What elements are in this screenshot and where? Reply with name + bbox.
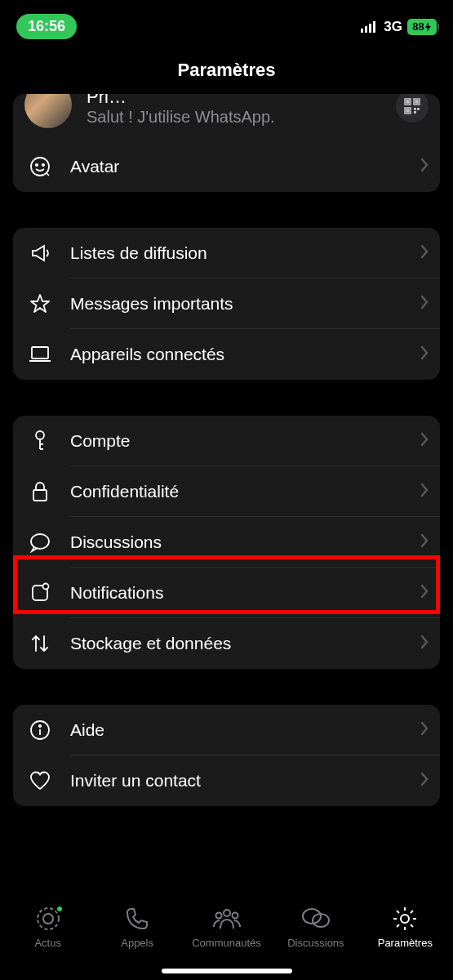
- status-right: 3G 88: [361, 19, 437, 35]
- storage-row[interactable]: Stockage et données: [13, 618, 440, 669]
- svg-rect-16: [32, 347, 48, 359]
- svg-point-14: [36, 164, 38, 166]
- network-type: 3G: [384, 19, 402, 35]
- group-help: Aide Inviter un contact: [13, 705, 440, 806]
- broadcast-label: Listes de diffusion: [70, 243, 420, 263]
- storage-label: Stockage et données: [70, 634, 420, 653]
- tab-communities-label: Communautés: [192, 937, 261, 949]
- notifications-row[interactable]: Notifications: [13, 568, 440, 618]
- svg-point-26: [43, 914, 53, 924]
- chats-icon: [300, 905, 331, 933]
- tab-updates-label: Actus: [34, 937, 61, 949]
- privacy-label: Confidentialité: [70, 482, 420, 501]
- chats-label: Discussions: [70, 532, 420, 552]
- profile-status-text: Salut ! J'utilise WhatsApp.: [87, 108, 396, 127]
- star-icon: [26, 293, 54, 314]
- notification-icon: [26, 582, 54, 604]
- avatar: [24, 94, 72, 128]
- profile-row[interactable]: Pri… Salut ! J'utilise WhatsApp.: [13, 94, 440, 141]
- avatar-icon: [26, 155, 54, 178]
- chevron-right-icon: [420, 772, 429, 790]
- svg-rect-1: [365, 26, 367, 33]
- linked-label: Appareils connectés: [70, 345, 420, 364]
- svg-point-29: [232, 913, 238, 919]
- notifications-label: Notifications: [70, 583, 420, 603]
- avatar-row[interactable]: Avatar: [13, 141, 440, 192]
- tab-settings-label: Paramètres: [378, 937, 433, 949]
- svg-rect-18: [33, 490, 47, 501]
- svg-point-28: [215, 913, 221, 919]
- svg-rect-0: [361, 29, 363, 33]
- svg-rect-10: [414, 108, 416, 110]
- chevron-right-icon: [420, 158, 429, 176]
- profile-name: Pri…: [87, 94, 396, 108]
- gear-icon: [391, 905, 419, 933]
- tab-chats-label: Discussions: [287, 937, 344, 949]
- status-bar: 16:56 3G 88: [0, 0, 453, 45]
- communities-icon: [211, 905, 242, 933]
- starred-messages-row[interactable]: Messages importants: [13, 278, 440, 329]
- chevron-right-icon: [420, 584, 429, 602]
- svg-point-13: [31, 158, 49, 176]
- svg-point-19: [31, 534, 49, 549]
- tab-settings[interactable]: Paramètres: [361, 905, 450, 980]
- svg-rect-11: [417, 108, 420, 110]
- starred-label: Messages importants: [70, 294, 420, 314]
- svg-rect-12: [414, 111, 416, 114]
- key-icon: [26, 430, 54, 452]
- svg-point-24: [39, 725, 41, 727]
- profile-text: Pri… Salut ! J'utilise WhatsApp.: [87, 94, 396, 127]
- chevron-right-icon: [420, 483, 429, 501]
- svg-point-17: [36, 431, 44, 439]
- lock-icon: [26, 480, 54, 503]
- svg-rect-2: [369, 24, 371, 33]
- tab-updates[interactable]: Actus: [3, 905, 92, 980]
- chevron-right-icon: [420, 244, 429, 262]
- chevron-right-icon: [420, 635, 429, 653]
- svg-point-15: [42, 164, 44, 166]
- invite-row[interactable]: Inviter un contact: [13, 755, 440, 806]
- svg-point-21: [43, 584, 49, 590]
- info-icon: [26, 719, 54, 741]
- linked-devices-row[interactable]: Appareils connectés: [13, 329, 440, 380]
- chats-row[interactable]: Discussions: [13, 517, 440, 568]
- laptop-icon: [26, 345, 54, 363]
- svg-point-30: [303, 909, 321, 924]
- header: Paramètres: [0, 45, 453, 94]
- svg-rect-9: [406, 109, 409, 112]
- chevron-right-icon: [420, 345, 429, 363]
- svg-rect-5: [406, 100, 409, 103]
- tab-bar: Actus Appels Communautés Discussions Par…: [0, 897, 453, 980]
- broadcast-lists-row[interactable]: Listes de diffusion: [13, 228, 440, 278]
- group-chat-tools: Listes de diffusion Messages importants …: [13, 228, 440, 380]
- battery-icon: 88: [407, 19, 437, 35]
- megaphone-icon: [26, 243, 54, 264]
- account-label: Compte: [70, 431, 420, 451]
- phone-icon: [124, 905, 150, 933]
- svg-point-32: [401, 915, 409, 923]
- account-row[interactable]: Compte: [13, 416, 440, 466]
- updates-icon: [34, 905, 62, 933]
- profile-section: Pri… Salut ! J'utilise WhatsApp. Avatar: [13, 94, 440, 192]
- chevron-right-icon: [420, 295, 429, 313]
- svg-point-25: [38, 908, 59, 929]
- svg-point-27: [224, 910, 230, 916]
- avatar-label: Avatar: [70, 157, 420, 176]
- help-row[interactable]: Aide: [13, 705, 440, 755]
- status-time: 16:56: [16, 14, 77, 39]
- page-title: Paramètres: [0, 60, 453, 81]
- chevron-right-icon: [420, 721, 429, 739]
- invite-label: Inviter un contact: [70, 771, 420, 791]
- svg-rect-3: [373, 21, 375, 33]
- arrows-updown-icon: [26, 633, 54, 654]
- svg-rect-7: [415, 100, 418, 103]
- group-settings: Compte Confidentialité Discussions Notif…: [13, 416, 440, 669]
- qr-code-button[interactable]: [396, 94, 429, 122]
- help-label: Aide: [70, 720, 420, 740]
- tab-calls-label: Appels: [121, 937, 153, 949]
- home-indicator: [162, 969, 292, 973]
- chat-bubble-icon: [26, 532, 54, 553]
- chevron-right-icon: [420, 533, 429, 551]
- privacy-row[interactable]: Confidentialité: [13, 466, 440, 517]
- heart-icon: [26, 771, 54, 791]
